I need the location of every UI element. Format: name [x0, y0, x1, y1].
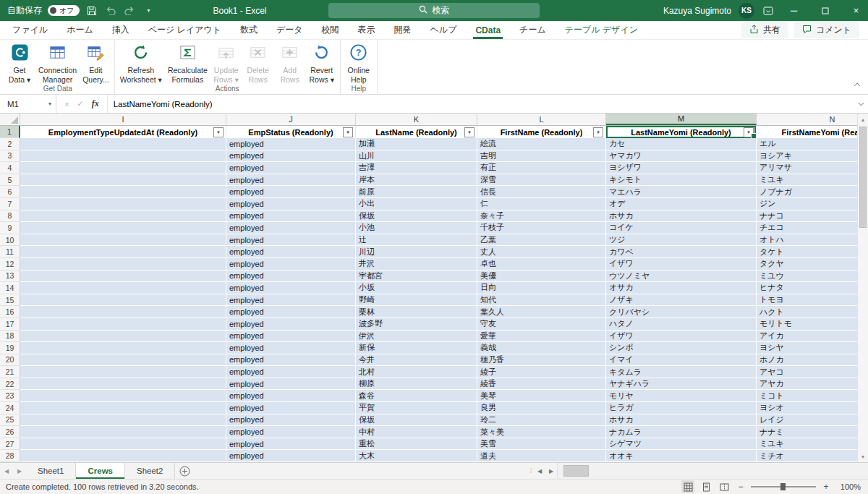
header-cell-N1[interactable]: FirstNameYomi (Readonly)▾ [757, 126, 857, 138]
cell-I16[interactable] [20, 306, 226, 318]
new-sheet-button[interactable] [175, 463, 194, 479]
cell-N13[interactable]: ミユウ [757, 271, 857, 283]
refresh-worksheet-button[interactable]: Refresh Worksheet ▾ [117, 41, 165, 85]
horizontal-scroll-thumb[interactable] [563, 465, 589, 477]
ribbon-tab-12[interactable]: テーブル デザイン [556, 21, 647, 39]
cell-L19[interactable]: 義哉 [477, 342, 606, 354]
cell-J22[interactable]: employed [226, 378, 356, 391]
recalculate-formulas-button[interactable]: Recalculate Formulas [165, 41, 210, 85]
ribbon-tab-2[interactable]: 挿入 [103, 21, 139, 39]
page-layout-view-icon[interactable] [699, 480, 712, 493]
cell-M23[interactable]: モリヤ [606, 390, 757, 402]
tab-scrollbar-splitter[interactable]: ⁞ [528, 463, 534, 479]
insert-function-icon[interactable]: fx [92, 98, 99, 109]
row-header-27[interactable]: 27 [0, 438, 20, 451]
ribbon-tab-6[interactable]: 校閲 [312, 21, 349, 39]
row-header-1[interactable]: 1 [0, 126, 20, 138]
cell-J19[interactable]: employed [226, 342, 356, 354]
header-cell-I1[interactable]: EmploymentTypeUpdatedAt (Readonly)▾ [20, 126, 226, 138]
row-header-4[interactable]: 4 [0, 162, 20, 174]
cancel-icon[interactable]: × [64, 100, 69, 108]
row-header-23[interactable]: 23 [0, 390, 20, 402]
ribbon-tab-10[interactable]: CData [466, 21, 510, 39]
ribbon-tab-5[interactable]: データ [267, 21, 312, 39]
row-header-16[interactable]: 16 [0, 306, 20, 318]
column-header-L[interactable]: L [477, 114, 606, 125]
cell-N17[interactable]: モリトモ [757, 318, 857, 331]
vertical-scrollbar[interactable]: ▲ ▼ [857, 114, 868, 462]
cell-J25[interactable]: employed [226, 414, 356, 427]
header-cell-J1[interactable]: EmpStatus (Readonly)▾ [226, 126, 356, 138]
cell-L25[interactable]: 玲二 [477, 414, 606, 427]
cell-L11[interactable]: 丈人 [477, 246, 606, 258]
row-header-10[interactable]: 10 [0, 234, 20, 247]
sheet-tab-sheet2[interactable]: Sheet2 [125, 463, 175, 479]
cell-I7[interactable] [20, 198, 226, 210]
filter-dropdown-icon[interactable]: ▾ [744, 127, 754, 137]
cell-N11[interactable]: タケト [757, 246, 857, 258]
autosave-toggle[interactable]: オフ [48, 5, 80, 16]
row-header-21[interactable]: 21 [0, 366, 20, 378]
cell-L7[interactable]: 仁 [477, 198, 606, 210]
cell-L12[interactable]: 卓也 [477, 258, 606, 271]
cell-L18[interactable]: 愛華 [477, 331, 606, 343]
cell-L5[interactable]: 深雪 [477, 174, 606, 187]
comments-button[interactable]: コメント [794, 22, 859, 38]
row-header-22[interactable]: 22 [0, 378, 20, 391]
quick-access-toolbar-caret-icon[interactable]: ▾ [142, 3, 155, 19]
save-icon[interactable] [85, 3, 98, 19]
cell-L13[interactable]: 美優 [477, 271, 606, 283]
cell-J16[interactable]: employed [226, 306, 356, 318]
ribbon-tab-1[interactable]: ホーム [57, 21, 103, 39]
cell-M10[interactable]: ツジ [606, 234, 757, 247]
cell-M8[interactable]: ホサカ [606, 210, 757, 223]
cell-L27[interactable]: 美雪 [477, 438, 606, 451]
cell-L22[interactable]: 綾香 [477, 378, 606, 391]
cell-N2[interactable]: エル [757, 138, 857, 150]
cell-L9[interactable]: 千枝子 [477, 222, 606, 234]
row-header-25[interactable]: 25 [0, 414, 20, 427]
cell-M21[interactable]: キタムラ [606, 366, 757, 378]
cell-M5[interactable]: キシモト [606, 174, 757, 187]
cell-M22[interactable]: ヤナギハラ [606, 378, 757, 391]
connection-manager-button[interactable]: Connection Manager [35, 41, 80, 85]
zoom-in-button[interactable]: + [821, 482, 831, 492]
column-header-N[interactable]: N [757, 114, 857, 125]
filter-dropdown-icon[interactable]: ▾ [593, 127, 603, 137]
minimize-button[interactable]: ─ [782, 0, 806, 21]
column-header-K[interactable]: K [356, 114, 477, 125]
hscroll-left-icon[interactable]: ◀ [534, 463, 545, 479]
cell-J27[interactable]: employed [226, 438, 356, 451]
cell-M19[interactable]: シンポ [606, 342, 757, 354]
cell-I2[interactable] [20, 138, 226, 150]
cell-I26[interactable] [20, 426, 226, 438]
ribbon-display-options-icon[interactable] [762, 3, 775, 19]
cell-I8[interactable] [20, 210, 226, 223]
cell-N22[interactable]: アヤカ [757, 378, 857, 391]
cell-J21[interactable]: employed [226, 366, 356, 378]
column-header-M[interactable]: M [606, 114, 757, 125]
cell-N18[interactable]: アイカ [757, 331, 857, 343]
cell-N10[interactable]: オトハ [757, 234, 857, 247]
cell-J12[interactable]: employed [226, 258, 356, 271]
name-box-caret-icon[interactable]: ▾ [48, 101, 51, 107]
cell-L14[interactable]: 日向 [477, 282, 606, 294]
cell-L21[interactable]: 綾子 [477, 366, 606, 378]
column-header-J[interactable]: J [226, 114, 356, 125]
cell-L15[interactable]: 知代 [477, 294, 606, 307]
cell-I20[interactable] [20, 354, 226, 367]
cell-N12[interactable]: タクヤ [757, 258, 857, 271]
cell-M28[interactable]: オオキ [606, 450, 757, 462]
row-header-28[interactable]: 28 [0, 450, 20, 462]
online-help-button[interactable]: ?Online Help [343, 41, 375, 85]
cell-M6[interactable]: マエハラ [606, 186, 757, 198]
cell-J10[interactable]: employed [226, 234, 356, 247]
vertical-scroll-thumb[interactable] [859, 127, 867, 228]
cell-M26[interactable]: ナカムラ [606, 426, 757, 438]
undo-icon[interactable] [104, 3, 117, 19]
cell-K26[interactable]: 中村 [356, 426, 477, 438]
scroll-down-icon[interactable]: ▼ [858, 451, 868, 462]
sheet-tab-sheet1[interactable]: Sheet1 [26, 463, 76, 479]
cell-N21[interactable]: アヤコ [757, 366, 857, 378]
row-header-11[interactable]: 11 [0, 246, 20, 258]
